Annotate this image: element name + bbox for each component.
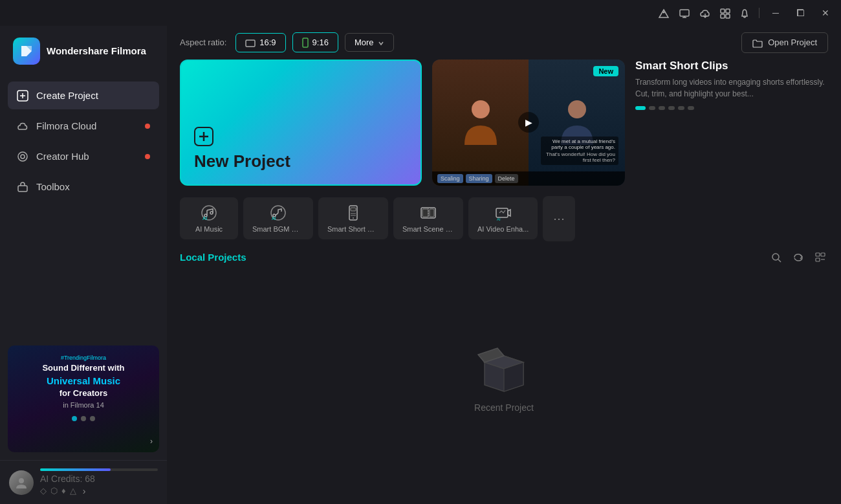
main-layout: Wondershare Filmora Create Project [0, 26, 841, 504]
more-dots-icon: ⋯ [553, 212, 565, 226]
sidebar-item-filmora-cloud[interactable]: Filmora Cloud [8, 112, 159, 140]
aspect-169-button[interactable]: 16:9 [235, 33, 285, 52]
maximize-button[interactable]: ⧠ [792, 6, 809, 19]
svg-point-31 [353, 217, 354, 219]
featured-info: We met at a mutual friend's party a coup… [541, 137, 618, 165]
open-project-label: Open Project [768, 38, 817, 47]
feature-dot-4[interactable] [668, 106, 675, 110]
local-projects-actions [769, 249, 828, 266]
empty-label: Recent Project [474, 402, 534, 413]
svg-rect-1 [680, 10, 689, 16]
title-bar-icons: ─ ⧠ ✕ [658, 6, 833, 19]
featured-play-button[interactable]: ▶ [518, 112, 539, 133]
create-project-icon [17, 89, 28, 102]
featured-tag-2: Sharing [466, 174, 492, 183]
svg-point-21 [472, 100, 490, 118]
smart-short-icon [345, 204, 362, 221]
ai-music-icon: AI [201, 204, 217, 221]
svg-rect-28 [351, 208, 356, 211]
minimize-button[interactable]: ─ [769, 6, 783, 19]
smart-bgm-icon: AI [270, 204, 287, 221]
svg-text:AI: AI [202, 215, 208, 221]
top-bar: Aspect ratio: 16:9 9:16 More [167, 26, 841, 60]
sidebar-ad-content: #TrendingFilmora Sound Different with Un… [8, 345, 159, 452]
svg-rect-14 [18, 186, 27, 192]
tool-more-button[interactable]: ⋯ [543, 196, 575, 241]
sidebar-logo: Wondershare Filmora [0, 26, 167, 76]
feature-dot-3[interactable] [659, 106, 665, 110]
tool-smart-bgm[interactable]: AI Smart BGM Ge... [243, 197, 313, 239]
open-project-button[interactable]: Open Project [741, 32, 828, 53]
svg-rect-7 [721, 14, 725, 18]
featured-people: ▶ New Scaling Sharing Delete We met at a… [432, 60, 625, 186]
featured-panel: ▶ New Scaling Sharing Delete We met at a… [432, 60, 625, 186]
close-button[interactable]: ✕ [818, 6, 833, 19]
svg-point-0 [663, 11, 665, 13]
app-logo-icon [13, 38, 40, 65]
user-action-3[interactable]: ♦ [61, 486, 66, 496]
user-info: AI Credits: 68 ◇ ⬡ ♦ △ › [40, 468, 158, 496]
search-projects-button[interactable] [769, 249, 784, 266]
new-project-label: New Project [194, 151, 408, 171]
svg-text:AI: AI [272, 216, 276, 221]
cloud-icon[interactable] [699, 7, 711, 19]
svg-rect-36 [496, 208, 508, 217]
svg-line-39 [778, 259, 781, 262]
sidebar-nav: Create Project Filmora Cloud [0, 76, 167, 338]
feature-dot-6[interactable] [688, 106, 694, 110]
signal-icon[interactable] [658, 7, 670, 19]
more-aspect-button[interactable]: More [345, 33, 394, 52]
view-toggle-button[interactable] [813, 249, 828, 266]
grid-icon[interactable] [720, 7, 730, 19]
feature-dot-1[interactable] [635, 106, 646, 110]
svg-point-13 [21, 155, 25, 159]
tool-smart-short[interactable]: Smart Short Cli... [318, 197, 388, 239]
tool-smart-scene-cut[interactable]: Smart Scene Cut [393, 197, 463, 239]
user-more-arrow[interactable]: › [83, 486, 86, 496]
user-action-2[interactable]: ⬡ [50, 486, 58, 496]
svg-rect-5 [721, 9, 725, 13]
featured-tag-delete[interactable]: Delete [495, 174, 518, 183]
empty-box-icon [475, 338, 533, 395]
creator-hub-dot [145, 154, 150, 159]
local-projects-title: Local Projects [180, 252, 246, 263]
user-credits-text: AI Credits: 68 [40, 474, 95, 484]
sidebar-item-toolbox[interactable]: Toolbox [8, 173, 159, 201]
sidebar-item-label-create: Create Project [36, 90, 98, 101]
app-name: Wondershare Filmora [47, 45, 146, 58]
svg-rect-6 [726, 9, 730, 13]
featured-tag-1: Scaling [437, 174, 463, 183]
sidebar-item-creator-hub[interactable]: Creator Hub [8, 142, 159, 170]
new-project-card[interactable]: New Project [180, 60, 422, 186]
monitor-icon[interactable] [679, 7, 690, 19]
aspect-916-button[interactable]: 9:16 [292, 32, 338, 52]
tool-ai-music-label: AI Music [195, 225, 223, 233]
feature-dot-5[interactable] [678, 106, 684, 110]
bell-icon[interactable] [739, 7, 750, 19]
project-area: New Project [167, 60, 841, 196]
featured-person-2 [529, 60, 625, 186]
svg-rect-8 [726, 14, 730, 18]
toolbar-strip: AI AI Music AI Smart BGM Ge... [167, 196, 841, 249]
svg-point-12 [18, 152, 27, 161]
user-action-1[interactable]: ◇ [40, 486, 47, 496]
user-action-4[interactable]: △ [70, 486, 76, 496]
user-icons: AI Credits: 68 [40, 474, 158, 484]
tool-smart-short-label: Smart Short Cli... [327, 225, 379, 233]
feature-description: Transform long videos into engaging shor… [635, 76, 828, 100]
tool-ai-music[interactable]: AI AI Music [180, 197, 238, 239]
sidebar-ad-hashtag: #TrendingFilmora [17, 355, 150, 361]
svg-rect-40 [816, 253, 820, 256]
feature-dot-2[interactable] [649, 106, 655, 110]
sidebar-item-label-hub: Creator Hub [36, 151, 89, 162]
svg-text:AI: AI [497, 217, 501, 221]
filmora-cloud-dot [145, 124, 150, 129]
toolbox-icon [17, 180, 28, 193]
smart-scene-cut-icon [420, 204, 437, 221]
svg-rect-34 [430, 209, 434, 217]
refresh-projects-button[interactable] [791, 249, 806, 266]
sidebar-item-label-cloud: Filmora Cloud [36, 120, 96, 131]
svg-rect-17 [303, 38, 308, 47]
tool-ai-video-enhance[interactable]: AI AI Video Enha... [468, 197, 538, 239]
sidebar-item-create-project[interactable]: Create Project [8, 82, 159, 109]
